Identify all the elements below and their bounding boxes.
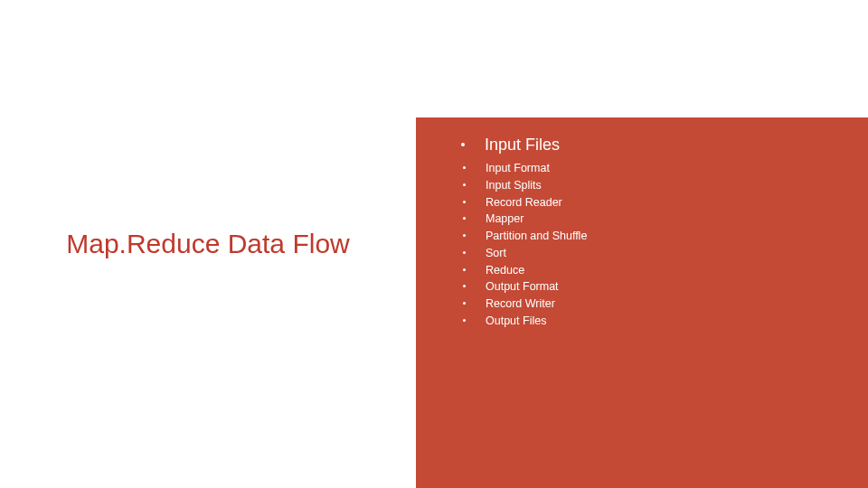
- bullet-icon: [463, 217, 466, 220]
- bullet-icon: [463, 302, 466, 305]
- list-item-label: Sort: [486, 245, 506, 262]
- list-item-label: Input Splits: [486, 177, 542, 194]
- bullet-icon: [463, 234, 466, 237]
- list-item-label: Output Files: [486, 313, 546, 330]
- list-item-label: Output Format: [486, 278, 559, 296]
- list-item-label: Input Format: [486, 160, 550, 177]
- sub-bullet-list: Input Format Input Splits Record Reader …: [461, 160, 841, 330]
- bullet-icon: [463, 285, 466, 287]
- bullet-icon: [463, 183, 466, 186]
- list-item: Record Writer: [461, 296, 841, 313]
- bullet-icon: [463, 268, 466, 271]
- list-item: Partition and Shuffle: [461, 228, 841, 245]
- list-item: Input Format: [461, 160, 841, 177]
- list-item: Mapper: [461, 211, 841, 228]
- list-item-label: Record Writer: [486, 296, 555, 313]
- slide-title: Map.Reduce Data Flow: [66, 228, 349, 260]
- main-bullet: Input Files: [461, 136, 841, 155]
- list-item: Reduce: [461, 262, 841, 279]
- list-item-label: Mapper: [486, 211, 524, 228]
- right-panel: Input Files Input Format Input Splits Re…: [416, 117, 868, 488]
- list-item: Input Splits: [461, 177, 841, 194]
- bullet-icon: [463, 166, 466, 169]
- left-panel: Map.Reduce Data Flow: [0, 0, 416, 488]
- bullet-icon: [463, 251, 466, 254]
- list-item-label: Record Reader: [486, 194, 562, 211]
- list-item: Record Reader: [461, 194, 841, 211]
- bullet-icon: [461, 143, 465, 146]
- list-item-label: Partition and Shuffle: [486, 228, 587, 245]
- bullet-icon: [463, 201, 466, 203]
- list-item: Output Format: [461, 278, 841, 296]
- main-bullet-label: Input Files: [485, 136, 560, 155]
- bullet-icon: [463, 319, 466, 322]
- list-item: Output Files: [461, 313, 841, 330]
- list-item-label: Reduce: [486, 262, 524, 279]
- list-item: Sort: [461, 245, 841, 262]
